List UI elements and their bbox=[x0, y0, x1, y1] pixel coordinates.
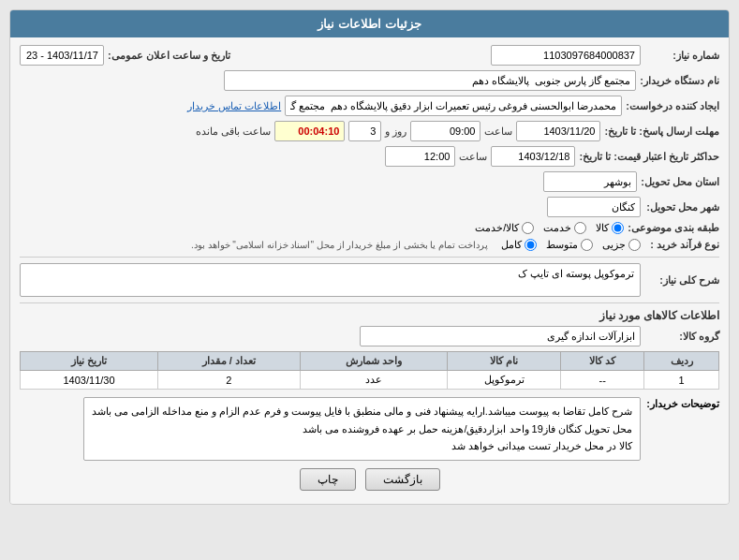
mohlat-label: مهلت ارسال پاسخ: تا تاریخ: bbox=[604, 125, 719, 138]
col-radif: ردیف bbox=[644, 352, 719, 371]
table-row: 1 -- ترموکوپل عدد 2 1403/11/30 bbox=[21, 371, 719, 390]
col-tarikh: تاریخ نیاز bbox=[21, 352, 158, 371]
hadaksal-saat-input[interactable] bbox=[385, 146, 455, 167]
tozi-line2: محل تحویل کنگان فاز19 واحد ابزاردقیق/هزی… bbox=[92, 420, 632, 438]
chap-button[interactable]: چاپ bbox=[300, 468, 356, 491]
nave-jozi-option[interactable]: جزیی bbox=[602, 239, 641, 251]
tabaqe-radio-group: کالا خدمت کالا/خدمت bbox=[475, 222, 624, 234]
cell-vahad: عدد bbox=[300, 371, 448, 390]
nave-jozi-radio[interactable] bbox=[628, 239, 641, 251]
shomareNiaz-input[interactable] bbox=[491, 45, 641, 66]
shomareNiaz-label: شماره نیاز: bbox=[644, 50, 719, 62]
tabaqe-kala-khadamat-option[interactable]: کالا/خدمت bbox=[475, 222, 534, 234]
cell-tarikh: 1403/11/30 bbox=[21, 371, 158, 390]
hadaksal-label: حداکثر تاریخ اعتبار قیمت: تا تاریخ: bbox=[579, 151, 719, 163]
tabaqe-khadamat-option[interactable]: خدمت bbox=[543, 222, 586, 234]
ostan-label: استان محل تحویل: bbox=[641, 176, 719, 188]
tozi-line1: شرح کامل تقاضا به پیوست میباشد.ارایه پیش… bbox=[92, 403, 632, 420]
nave-motavasset-option[interactable]: متوسط bbox=[546, 239, 593, 251]
nave-kamel-label: کامل bbox=[501, 239, 522, 251]
mohlat-saat-input[interactable] bbox=[410, 121, 480, 141]
ostan-input[interactable] bbox=[543, 171, 637, 192]
kala-table-section: ردیف کد کالا نام کالا واحد شمارش تعداد /… bbox=[20, 351, 719, 390]
tozi-box: شرح کامل تقاضا به پیوست میباشد.ارایه پیش… bbox=[83, 397, 641, 461]
row-hadaksal: حداکثر تاریخ اعتبار قیمت: تا تاریخ: ساعت bbox=[20, 146, 719, 167]
mohlat-baqi-input[interactable] bbox=[274, 121, 345, 141]
main-container: جزئیات اطلاعات نیاز شماره نیاز: تاریخ و … bbox=[9, 9, 730, 505]
tabaqe-kala-khadamat-radio[interactable] bbox=[522, 222, 534, 234]
namdastgah-label: نام دستگاه خریدار: bbox=[640, 75, 719, 87]
hadaksal-saat-label: ساعت bbox=[459, 151, 487, 163]
tabaqe-label: طبقه بندی موضوعی: bbox=[628, 222, 719, 234]
cell-kod: -- bbox=[561, 371, 644, 390]
row-tabaqe: طبقه بندی موضوعی: کالا خدمت کالا/خدمت bbox=[20, 222, 719, 234]
row-groohe-kala: گروه کالا: bbox=[20, 326, 719, 346]
tarikh-saat-input[interactable] bbox=[20, 45, 104, 66]
row-ijad: ایجاد کننده درخواست: اطلاعات تماس خریدار bbox=[20, 96, 719, 116]
col-vahad: واحد شمارش bbox=[300, 352, 448, 371]
row-tozi: توضیحات خریدار: شرح کامل تقاضا به پیوست … bbox=[20, 395, 719, 461]
tabaqe-kala-label: کالا bbox=[596, 222, 609, 234]
header-title: جزئیات اطلاعات نیاز bbox=[318, 17, 421, 31]
sharh-koli-label: شرح کلی نیاز: bbox=[644, 274, 719, 287]
nave-motavasset-label: متوسط bbox=[546, 239, 578, 251]
nave-kamel-option[interactable]: کامل bbox=[501, 239, 537, 251]
mohlat-saat-label: ساعت bbox=[484, 125, 512, 138]
tarikh-saat-label: تاریخ و ساعت اعلان عمومی: bbox=[108, 50, 230, 62]
row-shomara-tarikh: شماره نیاز: تاریخ و ساعت اعلان عمومی: bbox=[20, 45, 719, 66]
row-sharh-koli: شرح کلی نیاز: ترموکوپل پوسته ای تایپ ک bbox=[20, 263, 719, 297]
ijaad-link[interactable]: اطلاعات تماس خریدار bbox=[187, 100, 281, 112]
row-shahr: شهر محل تحویل: bbox=[20, 197, 719, 217]
nave-farand-radio-group: جزیی متوسط کامل bbox=[501, 239, 641, 251]
kala-table: ردیف کد کالا نام کالا واحد شمارش تعداد /… bbox=[20, 351, 719, 390]
col-tedad: تعداد / مقدار bbox=[158, 352, 301, 371]
nave-motavasset-radio[interactable] bbox=[581, 239, 593, 251]
ijad-input[interactable] bbox=[285, 96, 622, 116]
tabaqe-kala-option[interactable]: کالا bbox=[596, 222, 624, 234]
hadaksal-date-input[interactable] bbox=[491, 146, 575, 167]
mohlat-date-input[interactable] bbox=[516, 121, 600, 141]
cell-tedad: 2 bbox=[158, 371, 301, 390]
col-nam: نام کالا bbox=[448, 352, 561, 371]
nave-kamel-radio[interactable] bbox=[525, 239, 537, 251]
table-body: 1 -- ترموکوپل عدد 2 1403/11/30 bbox=[21, 371, 719, 390]
divider-1 bbox=[20, 257, 719, 258]
col-kod: کد کالا bbox=[561, 352, 644, 371]
mohlat-roz-label: روز و bbox=[385, 125, 406, 138]
table-header: ردیف کد کالا نام کالا واحد شمارش تعداد /… bbox=[21, 352, 719, 371]
ijad-label: ایجاد کننده درخواست: bbox=[626, 100, 719, 112]
divider-2 bbox=[20, 302, 719, 303]
mohlat-roz-input[interactable] bbox=[348, 121, 381, 141]
namdastgah-input[interactable] bbox=[224, 70, 636, 91]
groohe-kala-label: گروه کالا: bbox=[644, 331, 719, 343]
row-mohlat: مهلت ارسال پاسخ: تا تاریخ: ساعت روز و سا… bbox=[20, 121, 719, 141]
groohe-kala-input[interactable] bbox=[360, 326, 641, 346]
tabaqe-khadamat-radio[interactable] bbox=[574, 222, 586, 234]
tozi-label: توضیحات خریدار: bbox=[644, 395, 719, 410]
tozi-line3: کالا در محل خریدار تست میدانی خواهد شد bbox=[92, 437, 632, 455]
cell-nam: ترموکوپل bbox=[448, 371, 561, 390]
page-header: جزئیات اطلاعات نیاز bbox=[10, 10, 729, 37]
button-row: بازگشت چاپ bbox=[20, 468, 719, 496]
mohlat-baqi-label: ساعت باقی مانده bbox=[196, 125, 271, 138]
nave-jozi-label: جزیی bbox=[602, 239, 626, 251]
sharh-koli-box: ترموکوپل پوسته ای تایپ ک bbox=[20, 263, 641, 297]
nave-farand-text: پرداخت تمام یا بخشی از مبلغ خریدار از مح… bbox=[191, 240, 488, 250]
row-nave-farand: نوع فرآند خرید : جزیی متوسط کامل پرداخت … bbox=[20, 239, 719, 251]
sharh-koli-value: ترموکوپل پوسته ای تایپ ک bbox=[518, 268, 634, 279]
tabaqe-kala-radio[interactable] bbox=[612, 222, 624, 234]
nave-farand-label: نوع فرآند خرید : bbox=[644, 239, 719, 251]
ettelaat-section-title: اطلاعات کالاهای مورد نیاز bbox=[20, 309, 719, 322]
shahr-input[interactable] bbox=[547, 197, 641, 217]
row-namdastgah: نام دستگاه خریدار: bbox=[20, 70, 719, 91]
cell-radif: 1 bbox=[644, 371, 719, 390]
shahr-label: شهر محل تحویل: bbox=[644, 201, 719, 214]
bazgasht-button[interactable]: بازگشت bbox=[365, 468, 440, 491]
tabaqe-kala-khadamat-label: کالا/خدمت bbox=[475, 222, 519, 234]
row-ostan: استان محل تحویل: bbox=[20, 171, 719, 192]
tabaqe-khadamat-label: خدمت bbox=[543, 222, 571, 234]
page-content: شماره نیاز: تاریخ و ساعت اعلان عمومی: نا… bbox=[10, 37, 729, 504]
